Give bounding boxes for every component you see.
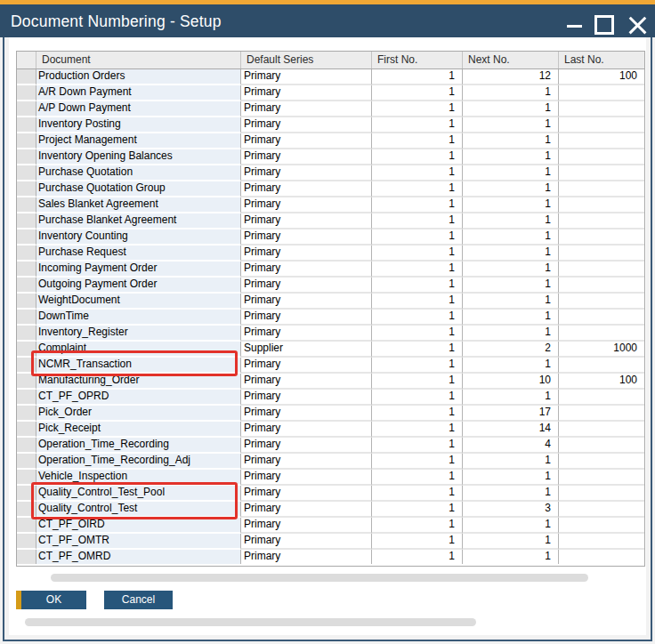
row-selector[interactable]	[17, 550, 36, 564]
cell-last-no[interactable]	[559, 534, 644, 550]
cell-default-series[interactable]: Primary	[241, 229, 372, 246]
cell-next-no[interactable]: 1	[463, 133, 559, 149]
cell-next-no[interactable]: 1	[463, 181, 559, 197]
cell-document[interactable]: Purchase Request	[36, 246, 241, 262]
cell-last-no[interactable]	[559, 310, 644, 326]
close-button[interactable]	[623, 4, 650, 37]
cell-last-no[interactable]: 100	[559, 69, 644, 85]
cell-last-no[interactable]	[559, 149, 644, 165]
cell-last-no[interactable]	[559, 117, 644, 133]
cell-default-series[interactable]: Primary	[241, 262, 372, 278]
cell-next-no[interactable]: 1	[463, 310, 559, 326]
cell-last-no[interactable]: 100	[559, 374, 644, 390]
cell-default-series[interactable]: Primary	[241, 470, 372, 486]
row-selector[interactable]	[17, 422, 36, 438]
cell-last-no[interactable]	[559, 470, 644, 486]
cell-next-no[interactable]: 1	[463, 358, 559, 374]
cell-first-no[interactable]: 1	[372, 534, 463, 550]
cell-first-no[interactable]: 1	[372, 550, 463, 564]
row-selector[interactable]	[17, 229, 36, 246]
cell-document[interactable]: Project Management	[36, 133, 241, 149]
row-selector[interactable]	[17, 246, 36, 262]
row-selector[interactable]	[17, 294, 36, 310]
cell-last-no[interactable]	[559, 422, 644, 438]
cell-default-series[interactable]: Primary	[241, 278, 372, 294]
cell-document[interactable]: Purchase Quotation Group	[36, 181, 241, 197]
cell-last-no[interactable]: 1000	[559, 342, 644, 358]
cell-first-no[interactable]: 1	[372, 518, 463, 534]
row-selector[interactable]	[17, 181, 36, 197]
cell-first-no[interactable]: 1	[372, 69, 463, 85]
cell-document[interactable]: CT_PF_OPRD	[36, 390, 241, 406]
cell-last-no[interactable]	[559, 518, 644, 534]
cell-next-no[interactable]: 1	[463, 149, 559, 165]
row-selector[interactable]	[17, 518, 36, 534]
row-selector[interactable]	[17, 310, 36, 326]
cell-default-series[interactable]: Primary	[241, 502, 372, 518]
cell-last-no[interactable]	[559, 454, 644, 470]
cell-last-no[interactable]	[559, 326, 644, 342]
cell-document[interactable]: DownTime	[36, 310, 241, 326]
cell-first-no[interactable]: 1	[372, 149, 463, 165]
row-selector[interactable]	[17, 342, 36, 358]
row-selector[interactable]	[17, 454, 36, 470]
cell-default-series[interactable]: Primary	[241, 69, 372, 85]
row-selector[interactable]	[17, 326, 36, 342]
cell-next-no[interactable]: 1	[463, 85, 559, 101]
cell-last-no[interactable]	[559, 486, 644, 502]
cell-next-no[interactable]: 1	[463, 278, 559, 294]
cell-default-series[interactable]: Primary	[241, 550, 372, 564]
cell-next-no[interactable]: 1	[463, 454, 559, 470]
cell-default-series[interactable]: Primary	[241, 165, 372, 181]
cell-last-no[interactable]	[559, 438, 644, 454]
cell-last-no[interactable]	[559, 550, 644, 564]
cell-first-no[interactable]: 1	[372, 278, 463, 294]
row-selector[interactable]	[17, 165, 36, 181]
cell-document[interactable]: Sales Blanket Agreement	[36, 197, 241, 213]
cell-first-no[interactable]: 1	[372, 438, 463, 454]
row-selector[interactable]	[17, 534, 36, 550]
cell-document[interactable]: Purchase Quotation	[36, 165, 241, 181]
cell-first-no[interactable]: 1	[372, 262, 463, 278]
cell-document[interactable]: Operation_Time_Recording_Adj	[36, 454, 241, 470]
row-selector[interactable]	[17, 149, 36, 165]
cell-document[interactable]: NCMR_Transaction	[36, 358, 241, 374]
cell-default-series[interactable]: Supplier	[241, 342, 372, 358]
cell-first-no[interactable]: 1	[372, 326, 463, 342]
cell-document[interactable]: Outgoing Payment Order	[36, 278, 241, 294]
cell-default-series[interactable]: Primary	[241, 374, 372, 390]
cell-document[interactable]: CT_PF_OMRD	[36, 550, 241, 564]
cancel-button[interactable]: Cancel	[104, 591, 173, 609]
cell-document[interactable]: Vehicle_Inspection	[36, 470, 241, 486]
cell-document[interactable]: Inventory Opening Balances	[36, 149, 241, 165]
row-selector[interactable]	[17, 278, 36, 294]
cell-default-series[interactable]: Primary	[241, 101, 372, 117]
cell-next-no[interactable]: 2	[463, 342, 559, 358]
row-selector[interactable]	[17, 390, 36, 406]
cell-next-no[interactable]: 1	[463, 262, 559, 278]
cell-default-series[interactable]: Primary	[241, 294, 372, 310]
cell-first-no[interactable]: 1	[372, 181, 463, 197]
cell-default-series[interactable]: Primary	[241, 438, 372, 454]
row-selector[interactable]	[17, 69, 36, 85]
cell-first-no[interactable]: 1	[372, 197, 463, 213]
table-horizontal-scrollbar[interactable]	[51, 574, 588, 582]
cell-first-no[interactable]: 1	[372, 165, 463, 181]
cell-first-no[interactable]: 1	[372, 229, 463, 246]
cell-default-series[interactable]: Primary	[241, 534, 372, 550]
cell-first-no[interactable]: 1	[372, 294, 463, 310]
row-selector[interactable]	[17, 358, 36, 374]
cell-last-no[interactable]	[559, 390, 644, 406]
cell-document[interactable]: Manufacturing_Order	[36, 374, 241, 390]
cell-document[interactable]: Inventory Counting	[36, 229, 241, 246]
cell-last-no[interactable]	[559, 165, 644, 181]
cell-next-no[interactable]: 1	[463, 229, 559, 246]
cell-last-no[interactable]	[559, 294, 644, 310]
row-selector[interactable]	[17, 197, 36, 213]
row-selector[interactable]	[17, 486, 36, 502]
cell-next-no[interactable]: 1	[463, 246, 559, 262]
cell-first-no[interactable]: 1	[372, 117, 463, 133]
cell-document[interactable]: CT_PF_OIRD	[36, 518, 241, 534]
row-selector[interactable]	[17, 406, 36, 422]
cell-first-no[interactable]: 1	[372, 470, 463, 486]
